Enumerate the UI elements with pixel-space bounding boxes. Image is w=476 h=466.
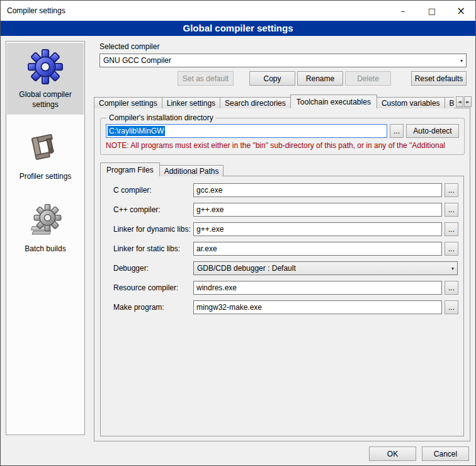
ok-button[interactable]: OK [369,446,416,461]
chevron-down-icon: ▾ [460,58,463,64]
form-row-resource-compiler: Resource compiler: ... [113,281,458,295]
installation-directory-legend: Compiler's installation directory [107,113,215,122]
set-as-default-button: Set as default [178,71,234,86]
dynamic-libs-linker-input[interactable] [193,222,442,236]
gear-icon [28,49,63,84]
sidebar-item-label: Batch builds [25,244,65,254]
window-controls: – □ × [388,1,475,21]
batch-builds-icon [28,203,63,239]
tab-search-directories[interactable]: Search directories [220,97,291,108]
page-title: Global compiler settings [1,21,475,36]
chevron-down-icon: ▾ [451,266,454,271]
tab-compiler-settings[interactable]: Compiler settings [94,97,162,108]
selected-compiler-label: Selected compiler [99,42,159,51]
form-row-make-program: Make program: ... [113,300,458,314]
form-row-c-compiler: C compiler: ... [113,183,458,197]
c-compiler-input[interactable] [193,183,442,197]
installation-directory-group: Compiler's installation directory C:\ray… [100,113,465,155]
browse-button[interactable]: ... [445,300,458,314]
field-label: Make program: [113,300,164,314]
sidebar-item-label: Profiler settings [20,172,72,182]
scroll-left-icon[interactable]: ◄ [456,96,463,107]
delete-button: Delete [345,71,391,86]
rename-button[interactable]: Rename [297,71,343,86]
settings-tab-strip: Compiler settings Linker settings Search… [94,94,454,108]
field-label: Resource compiler: [113,281,178,295]
reset-defaults-button[interactable]: Reset defaults [411,71,467,86]
browse-button[interactable]: ... [445,281,458,295]
sidebar-item-global-compiler-settings[interactable]: Global compiler settings [7,43,84,115]
maximize-button[interactable]: □ [417,1,446,21]
sidebar-item-label: Global compiler settings [8,90,82,110]
resource-compiler-input[interactable] [193,281,442,295]
close-button[interactable]: × [446,1,475,21]
copy-button[interactable]: Copy [249,71,295,86]
cancel-button[interactable]: Cancel [422,446,469,461]
compiler-select-value: GNU GCC Compiler [103,56,171,65]
form-row-static-linker: Linker for static libs: ... [113,242,458,256]
browse-directory-button[interactable]: ... [390,124,404,138]
minimize-button[interactable]: – [388,1,417,21]
program-files-panel: C compiler: ... C++ compiler: ... Linker… [100,176,464,436]
scroll-right-icon[interactable]: ► [464,96,472,107]
field-label: C compiler: [113,183,152,197]
compiler-select[interactable]: GNU GCC Compiler ▾ [99,54,467,67]
debugger-select[interactable]: GDB/CDB debugger : Default ▾ [193,261,458,275]
browse-button[interactable]: ... [445,183,458,197]
field-label: C++ compiler: [113,203,161,217]
form-row-cpp-compiler: C++ compiler: ... [113,203,458,217]
cpp-compiler-input[interactable] [193,203,442,217]
debugger-select-value: GDB/CDB debugger : Default [197,264,296,273]
compiler-settings-window: Compiler settings – □ × Global compiler … [0,0,476,466]
field-label: Debugger: [113,261,149,275]
tab-custom-variables[interactable]: Custom variables [377,97,445,108]
tab-build-options[interactable]: Build options [445,97,454,108]
browse-button[interactable]: ... [445,203,458,217]
browse-button[interactable]: ... [445,222,458,236]
program-files-tab-strip: Program Files Additional Paths [100,162,453,176]
browse-button[interactable]: ... [445,242,458,256]
tab-additional-paths[interactable]: Additional Paths [159,165,224,176]
installation-directory-row: C:\raylib\MinGW ... Auto-detect [106,124,459,138]
field-label: Linker for dynamic libs: [113,222,191,236]
sidebar-item-batch-builds[interactable]: Batch builds [7,197,84,259]
tab-program-files[interactable]: Program Files [100,162,160,176]
installation-directory-input[interactable]: C:\raylib\MinGW [106,124,387,138]
static-libs-linker-input[interactable] [193,242,442,256]
settings-category-list: Global compiler settings Profiler settin… [6,41,85,435]
sidebar-item-profiler-settings[interactable]: Profiler settings [7,125,84,187]
make-program-input[interactable] [193,300,442,314]
tab-toolchain-executables[interactable]: Toolchain executables [290,94,377,108]
form-row-dynamic-linker: Linker for dynamic libs: ... [113,222,458,236]
field-label: Linker for static libs: [113,242,180,256]
profiler-icon [28,131,63,166]
bin-subdirectory-note: NOTE: All programs must exist either in … [106,141,459,150]
titlebar: Compiler settings – □ × [1,1,475,21]
window-title: Compiler settings [7,6,65,15]
tab-scroll-arrows: ◄ ► [455,96,472,107]
tab-linker-settings[interactable]: Linker settings [162,97,220,108]
selected-path-text: C:\raylib\MinGW [108,126,165,136]
form-row-debugger: Debugger: GDB/CDB debugger : Default ▾ [113,261,458,275]
auto-detect-button[interactable]: Auto-detect [406,124,459,138]
